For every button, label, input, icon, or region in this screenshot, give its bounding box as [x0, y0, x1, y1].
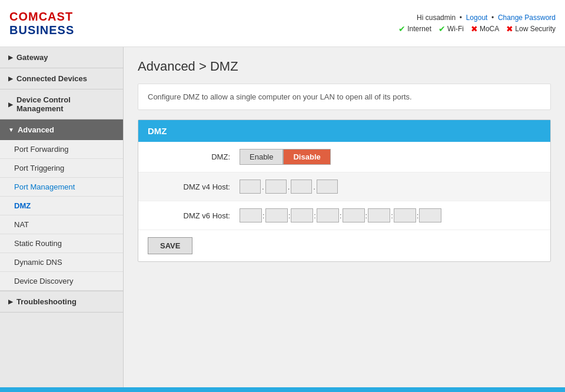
sidebar-section-advanced: ▼ Advanced Port Forwarding Port Triggeri… [0, 119, 123, 291]
sidebar-static-routing-label: Static Routing [14, 239, 62, 248]
sidebar-item-port-forwarding[interactable]: Port Forwarding [0, 140, 123, 159]
dmz-toggle-row: DMZ: Enable Disable [138, 142, 550, 172]
dmz-v6-seg6[interactable] [368, 208, 390, 222]
bottom-bar [0, 387, 565, 392]
status-internet: ✔ Internet [398, 24, 431, 34]
sidebar-port-forwarding-label: Port Forwarding [14, 145, 68, 154]
dmz-v4-octet2[interactable] [265, 180, 287, 194]
sidebar-port-management-label: Port Management [14, 182, 75, 191]
change-password-link[interactable]: Change Password [498, 14, 556, 22]
status-internet-label: Internet [407, 25, 431, 33]
dmz-v6-seg5[interactable] [343, 208, 365, 222]
sidebar-item-port-triggering[interactable]: Port Triggering [0, 159, 123, 178]
arrow-icon-device-control: ▶ [8, 101, 13, 108]
dmz-v6-label: DMZ v6 Host: [148, 211, 230, 220]
top-right: Hi cusadmin • Logout • Change Password ✔… [398, 14, 556, 34]
sidebar-troubleshooting-label: Troubleshooting [16, 297, 77, 306]
ip-sep-3: . [313, 182, 315, 191]
arrow-icon-troubleshooting: ▶ [8, 298, 13, 305]
dmz-v6-input-group: : : : : : : : [240, 208, 441, 222]
sidebar-item-dmz[interactable]: DMZ [0, 197, 123, 215]
enable-button[interactable]: Enable [240, 149, 283, 165]
page-title: Advanced > DMZ [138, 59, 551, 74]
sidebar-item-troubleshooting[interactable]: ▶ Troubleshooting [0, 291, 123, 312]
sidebar-item-advanced[interactable]: ▼ Advanced [0, 119, 123, 140]
sidebar-item-device-control[interactable]: ▶ Device Control Management [0, 89, 123, 119]
sidebar-device-control-label: Device Control Management [16, 95, 115, 113]
save-row: SAVE [138, 230, 550, 261]
status-moca-label: MoCA [480, 25, 499, 33]
dmz-v4-label: DMZ v4 Host: [148, 182, 230, 191]
ipv6-sep-7: : [417, 211, 419, 220]
logo: COMCAST BUSINESS [9, 10, 74, 37]
status-bar: ✔ Internet ✔ Wi-Fi ✖ MoCA ✖ Low Security [398, 24, 556, 34]
description-text: Configure DMZ to allow a single computer… [148, 92, 412, 101]
dmz-v4-octet1[interactable] [240, 180, 261, 194]
user-greeting: Hi cusadmin [417, 14, 456, 22]
status-wifi-label: Wi-Fi [447, 25, 464, 33]
dmz-v4-octet4[interactable] [317, 180, 338, 194]
sidebar-dmz-label: DMZ [14, 201, 31, 210]
dmz-v6-seg3[interactable] [291, 208, 313, 222]
logo-comcast: COMCAST [9, 10, 74, 24]
ipv6-sep-3: : [314, 211, 316, 220]
sidebar-item-nat[interactable]: NAT [0, 215, 123, 234]
sidebar: ▶ Gateway ▶ Connected Devices ▶ Device C… [0, 47, 124, 387]
status-err-icon-security: ✖ [506, 24, 513, 34]
description-box: Configure DMZ to allow a single computer… [138, 84, 551, 110]
ipv6-sep-5: : [365, 211, 368, 220]
status-moca: ✖ MoCA [471, 24, 499, 34]
arrow-icon-connected: ▶ [8, 75, 13, 82]
ipv6-sep-1: : [262, 211, 265, 220]
logout-link[interactable]: Logout [466, 14, 488, 22]
ip-sep-1: . [262, 182, 264, 191]
status-low-security-label: Low Security [515, 25, 556, 33]
arrow-icon-advanced: ▼ [8, 127, 14, 133]
logo-business: BUSINESS [9, 24, 74, 37]
dmz-toggle-group: Enable Disable [240, 149, 331, 165]
sidebar-section-troubleshooting: ▶ Troubleshooting [0, 291, 123, 313]
sidebar-device-discovery-label: Device Discovery [14, 277, 73, 285]
dmz-v6-seg7[interactable] [394, 208, 416, 222]
dmz-v4-octet3[interactable] [291, 180, 312, 194]
dmz-label: DMZ: [148, 152, 230, 161]
dmz-v6-row: DMZ v6 Host: : : : : : : [138, 201, 550, 230]
sidebar-item-gateway[interactable]: ▶ Gateway [0, 47, 123, 68]
sidebar-section-device-control: ▶ Device Control Management [0, 89, 123, 119]
main-layout: ▶ Gateway ▶ Connected Devices ▶ Device C… [0, 47, 565, 387]
dmz-v6-seg4[interactable] [317, 208, 339, 222]
dmz-v4-input-group: . . . [240, 180, 338, 194]
dmz-v4-row: DMZ v4 Host: . . . [138, 172, 550, 201]
user-info: Hi cusadmin • Logout • Change Password [398, 14, 556, 22]
ip-sep-2: . [288, 182, 290, 191]
sidebar-item-device-discovery[interactable]: Device Discovery [0, 272, 123, 291]
sidebar-item-connected-devices[interactable]: ▶ Connected Devices [0, 68, 123, 89]
status-wifi: ✔ Wi-Fi [438, 24, 464, 34]
sidebar-section-connected-devices: ▶ Connected Devices [0, 68, 123, 89]
disable-button[interactable]: Disable [283, 149, 330, 165]
top-bar: COMCAST BUSINESS Hi cusadmin • Logout • … [0, 0, 565, 47]
sidebar-item-port-management[interactable]: Port Management [0, 178, 123, 197]
sidebar-item-dynamic-dns[interactable]: Dynamic DNS [0, 253, 123, 272]
status-err-icon-moca: ✖ [471, 24, 478, 34]
status-low-security: ✖ Low Security [506, 24, 556, 34]
sidebar-nat-label: NAT [14, 220, 29, 229]
card-header: DMZ [138, 120, 550, 142]
ipv6-sep-6: : [391, 211, 393, 220]
dmz-v6-seg1[interactable] [240, 208, 262, 222]
save-button[interactable]: SAVE [148, 237, 192, 254]
ipv6-sep-2: : [288, 211, 291, 220]
ipv6-sep-4: : [340, 211, 342, 220]
dmz-v6-seg8[interactable] [419, 208, 441, 222]
content-area: Advanced > DMZ Configure DMZ to allow a … [124, 47, 565, 387]
status-ok-icon: ✔ [398, 24, 406, 34]
sidebar-dynamic-dns-label: Dynamic DNS [14, 258, 62, 267]
dmz-v6-seg2[interactable] [265, 208, 288, 222]
sidebar-gateway-label: Gateway [16, 53, 48, 62]
sidebar-item-static-routing[interactable]: Static Routing [0, 234, 123, 253]
sidebar-connected-label: Connected Devices [16, 74, 87, 83]
dmz-card: DMZ DMZ: Enable Disable DMZ v4 Host: . [138, 119, 551, 262]
card-body: DMZ: Enable Disable DMZ v4 Host: . . [138, 142, 550, 261]
sidebar-advanced-label: Advanced [18, 125, 54, 134]
status-ok-icon-wifi: ✔ [438, 24, 446, 34]
